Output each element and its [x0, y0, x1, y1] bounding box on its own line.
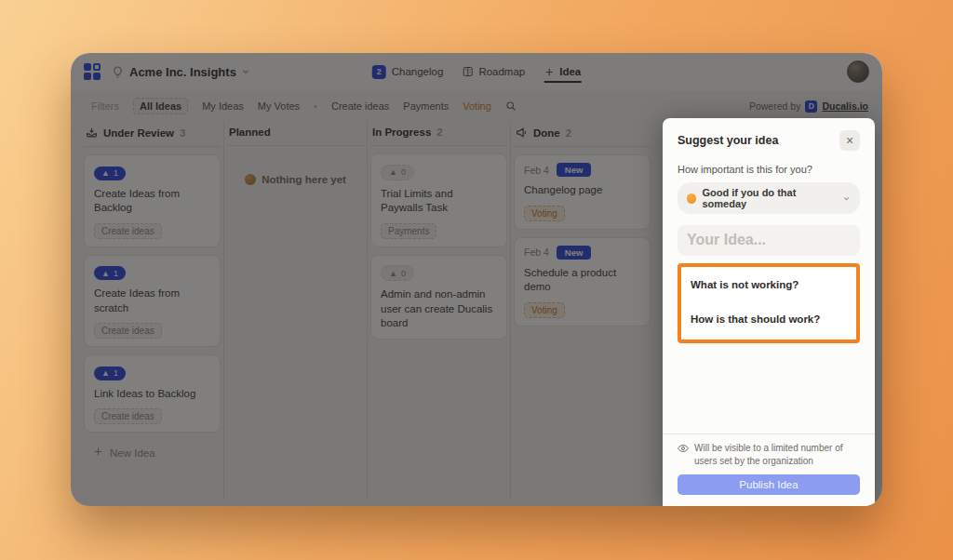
app-window: Acme Inc. Insights 2 Changelog Roadmap I…	[71, 53, 882, 506]
chevron-down-icon	[842, 194, 851, 203]
idea-title-input[interactable]	[678, 225, 860, 256]
publish-idea-button[interactable]: Publish Idea	[678, 474, 860, 495]
panel-footer: Will be visible to a limited number of u…	[663, 433, 875, 506]
prompt-line-1: What is not working?	[691, 279, 847, 290]
close-icon[interactable]: ×	[839, 130, 860, 151]
importance-value: Good if you do that someday	[702, 187, 837, 209]
visibility-note: Will be visible to a limited number of u…	[678, 442, 860, 467]
importance-select[interactable]: Good if you do that someday	[678, 182, 860, 214]
smiley-emoji-icon	[687, 193, 696, 204]
eye-icon	[678, 442, 689, 467]
suggest-idea-panel: Suggest your idea × How important is thi…	[663, 118, 875, 506]
panel-header: Suggest your idea ×	[678, 130, 860, 151]
idea-details-textarea[interactable]: What is not working? How is that should …	[678, 263, 860, 343]
importance-question: How important is this for you?	[678, 164, 860, 175]
visibility-note-text: Will be visible to a limited number of u…	[694, 442, 860, 467]
panel-title: Suggest your idea	[678, 130, 778, 147]
prompt-line-2: How is that should work?	[691, 313, 847, 325]
